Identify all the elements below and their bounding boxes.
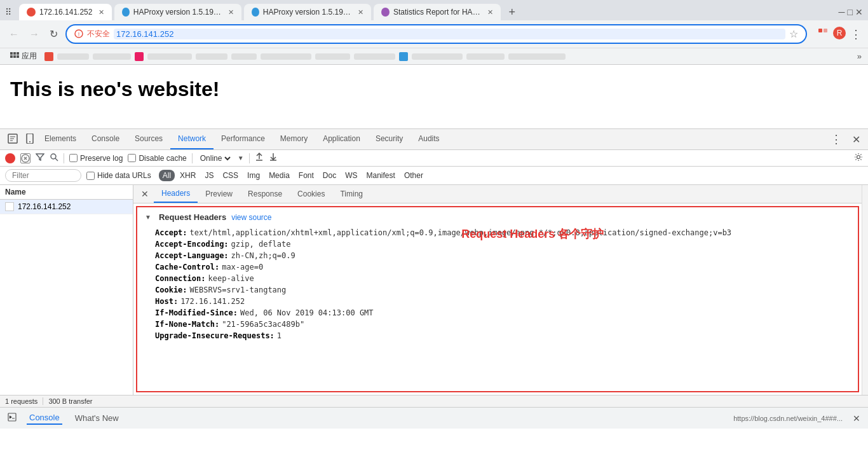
- address-bar: ← → ↻ ! 不安全 172.16.141.252 ☆ R ⋮: [0, 20, 868, 48]
- tab-elements[interactable]: Elements: [37, 129, 84, 149]
- filter-other-button[interactable]: Other: [400, 170, 427, 181]
- detail-tab-response[interactable]: Response: [240, 186, 290, 202]
- devtools-more-button[interactable]: ⋮: [825, 130, 847, 149]
- filter-input[interactable]: [5, 169, 81, 182]
- bottom-close-button[interactable]: ✕: [853, 413, 860, 423]
- filter-icon[interactable]: [36, 153, 44, 163]
- filter-media-button[interactable]: Media: [265, 170, 294, 181]
- detail-tab-timing[interactable]: Timing: [332, 186, 370, 202]
- address-input-wrap[interactable]: ! 不安全 172.16.141.252 ☆: [65, 24, 807, 44]
- profile-avatar-button[interactable]: R: [832, 26, 846, 43]
- console-icon[interactable]: [8, 413, 17, 423]
- search-icon[interactable]: [50, 153, 58, 163]
- tab-close-4[interactable]: ✕: [487, 8, 493, 17]
- tab-audits[interactable]: Audits: [410, 129, 447, 149]
- devtools-mobile-icon[interactable]: [23, 131, 37, 148]
- filter-js-button[interactable]: JS: [201, 170, 217, 181]
- scrollbar-right[interactable]: [862, 185, 868, 395]
- tab-memory[interactable]: Memory: [273, 129, 315, 149]
- filter-all-button[interactable]: All: [159, 170, 175, 181]
- bookmark-colored-1[interactable]: [44, 52, 53, 61]
- devtools-close-button[interactable]: ✕: [847, 131, 865, 148]
- tab-performance[interactable]: Performance: [214, 129, 273, 149]
- star-icon[interactable]: ☆: [789, 28, 798, 40]
- tab-console[interactable]: Console: [84, 129, 127, 149]
- annotation-text: Request Headers 各个守护: [461, 226, 604, 242]
- tab-favicon-2: [122, 8, 129, 17]
- detail-tab-cookies[interactable]: Cookies: [290, 186, 332, 202]
- filter-css-button[interactable]: CSS: [219, 170, 242, 181]
- download-button[interactable]: [269, 153, 278, 163]
- filter-img-button[interactable]: Img: [243, 170, 264, 181]
- bookmark-blur-5[interactable]: [231, 53, 257, 60]
- tab-172[interactable]: 172.16.141.252 ✕: [19, 4, 112, 20]
- bookmark-colored-3[interactable]: [399, 52, 408, 61]
- tab-stats[interactable]: Statistics Report for HAProxy ✕: [374, 4, 501, 20]
- tab-haproxy2[interactable]: HAProxy version 1.5.19 - Conf... ✕: [244, 4, 371, 20]
- window-maximize-button[interactable]: □: [848, 7, 853, 17]
- tab-close-3[interactable]: ✕: [358, 8, 363, 17]
- tab-close-2[interactable]: ✕: [228, 8, 234, 17]
- network-toolbar: Preserve log Disable cache Online ▼: [0, 150, 868, 167]
- bookmark-blur-1[interactable]: [57, 53, 89, 60]
- filter-doc-button[interactable]: Doc: [319, 170, 340, 181]
- header-val-accept: text/html,application/xhtml+xml,applicat…: [190, 228, 732, 237]
- bookmark-blur-11[interactable]: [508, 53, 566, 60]
- back-button[interactable]: ←: [6, 27, 22, 41]
- tab-close-1[interactable]: ✕: [98, 8, 104, 17]
- upload-button[interactable]: [255, 153, 264, 163]
- filter-xhr-button[interactable]: XHR: [176, 170, 200, 181]
- bookmark-colored-2[interactable]: [135, 52, 144, 61]
- tab-application[interactable]: Application: [315, 129, 368, 149]
- detail-close-button[interactable]: ✕: [136, 186, 154, 202]
- tab-security[interactable]: Security: [368, 129, 410, 149]
- more-bookmarks-button[interactable]: »: [857, 52, 862, 61]
- header-key-cookie: Cookie:: [155, 286, 187, 294]
- preserve-log-checkbox[interactable]: Preserve log: [69, 154, 123, 163]
- bottom-whats-new-tab[interactable]: What's New: [72, 412, 121, 424]
- reload-button[interactable]: ↻: [47, 27, 60, 41]
- detail-tab-preview[interactable]: Preview: [198, 186, 240, 202]
- filter-manifest-button[interactable]: Manifest: [363, 170, 399, 181]
- window-close-button[interactable]: ✕: [855, 7, 863, 17]
- bookmark-blur-2[interactable]: [93, 53, 131, 60]
- detail-tab-headers[interactable]: Headers: [154, 185, 198, 203]
- header-val-accept-encoding: gzip, deflate: [231, 240, 291, 249]
- bookmark-blur-8[interactable]: [354, 53, 395, 60]
- disable-cache-input[interactable]: [128, 154, 136, 162]
- bookmark-blur-6[interactable]: [261, 53, 311, 60]
- hide-data-urls-input[interactable]: [86, 172, 95, 180]
- chrome-menu-button[interactable]: ⋮: [850, 27, 862, 41]
- tab-network[interactable]: Network: [170, 129, 214, 149]
- record-button[interactable]: [5, 153, 15, 163]
- bookmark-blur-4[interactable]: [196, 53, 227, 60]
- forward-button[interactable]: →: [27, 27, 42, 41]
- new-tab-button[interactable]: +: [503, 4, 520, 20]
- filter-ws-button[interactable]: WS: [341, 170, 361, 181]
- bookmark-blur-10[interactable]: [466, 53, 505, 60]
- bookmark-blur-9[interactable]: [412, 53, 463, 60]
- collapse-icon[interactable]: ▼: [145, 214, 151, 221]
- devtools-inspect-icon[interactable]: [3, 131, 23, 148]
- svg-point-18: [857, 156, 860, 159]
- apps-bookmark[interactable]: 应用: [6, 50, 41, 63]
- throttle-select[interactable]: Online: [198, 153, 233, 163]
- address-text[interactable]: 172.16.141.252: [114, 29, 785, 39]
- extensions-icon[interactable]: [817, 27, 829, 41]
- disable-cache-checkbox[interactable]: Disable cache: [128, 154, 186, 163]
- tab-haproxy1[interactable]: HAProxy version 1.5.19 - Conf... ✕: [114, 4, 241, 20]
- hide-data-urls-checkbox[interactable]: Hide data URLs: [86, 171, 151, 180]
- request-row[interactable]: 172.16.141.252: [0, 200, 133, 214]
- clear-button[interactable]: [20, 153, 31, 163]
- tab-favicon-4: [381, 8, 389, 17]
- bookmark-blur-3[interactable]: [147, 53, 192, 60]
- svg-rect-10: [13, 55, 16, 58]
- window-minimize-button[interactable]: ─: [839, 7, 845, 17]
- bottom-console-tab[interactable]: Console: [27, 411, 62, 425]
- filter-font-button[interactable]: Font: [295, 170, 318, 181]
- view-source-link[interactable]: view source: [231, 213, 271, 222]
- tab-sources[interactable]: Sources: [127, 129, 170, 149]
- preserve-log-input[interactable]: [69, 154, 78, 162]
- bookmark-blur-7[interactable]: [315, 53, 350, 60]
- settings-button[interactable]: [854, 153, 863, 163]
